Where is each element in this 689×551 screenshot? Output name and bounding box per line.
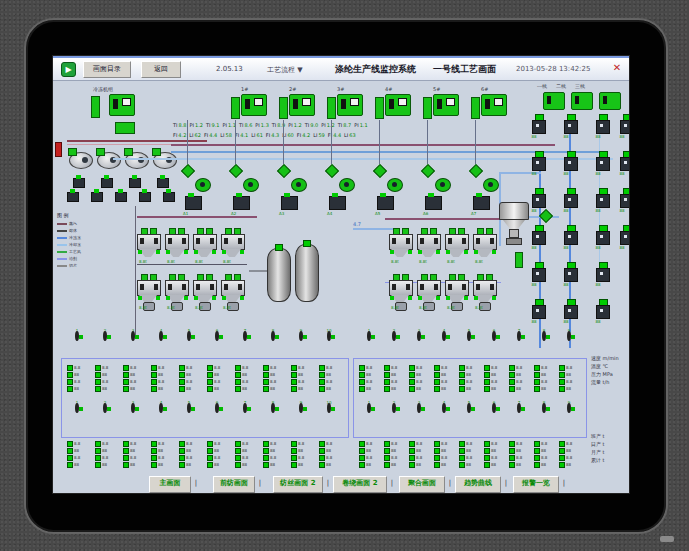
- stat-line: 温度 ℃: [591, 362, 627, 370]
- winder-icon: 9: [292, 328, 310, 360]
- unit-tag: A6: [423, 211, 428, 216]
- nav-button-spinning[interactable]: 纺丝画面 2: [273, 476, 323, 493]
- funnel-valve-bar: [515, 252, 523, 268]
- chain-unit: 88: [531, 151, 546, 177]
- legend-swatch: [57, 237, 67, 239]
- motor-icon: [281, 196, 298, 210]
- valve-unit: A7: [471, 164, 501, 220]
- right-stats-group-2: 班产 t日产 t月产 t累计 t: [591, 432, 627, 464]
- value-chip: PI1.3: [255, 122, 268, 128]
- pump-icon: [125, 152, 149, 169]
- equipment-chain-3: 888888888888: [591, 114, 613, 325]
- diamond-valve-icon: [325, 164, 339, 178]
- machine-icon: [481, 94, 507, 116]
- value-chip: PI1.2: [288, 122, 301, 128]
- value-chip: TI8.8: [173, 122, 186, 128]
- valve-icon: [115, 192, 127, 202]
- machine-inlet: [423, 97, 432, 119]
- hopper-frame-line: [137, 264, 247, 265]
- value-chip: LI63: [344, 132, 356, 138]
- value-chip: LI58: [220, 132, 232, 138]
- nav-button-alarm[interactable]: 报警一览: [513, 476, 559, 493]
- process-values-row2: FI4.2LI62FI4.4LI58FI4.1LI61FI4.3LI60FI4.…: [173, 132, 356, 138]
- page-title: 涤纶生产线监控系统: [335, 63, 416, 76]
- hopper-icon: 8.8t: [137, 228, 161, 268]
- chain-unit: 88: [619, 225, 631, 251]
- screen-menu-button[interactable]: 画面目录: [83, 61, 131, 78]
- nav-button-trend[interactable]: 趋势曲线: [455, 476, 501, 493]
- chain-unit: 88: [619, 188, 631, 214]
- blower-icon: [387, 178, 403, 192]
- storage-tank-1: [267, 248, 291, 302]
- value-chip: FI4.3: [266, 132, 279, 138]
- led-stack: 8.8 88 8.8 88: [123, 440, 145, 468]
- nav-button-winding[interactable]: 卷绕画面 2: [333, 476, 387, 493]
- machine-icon: [385, 94, 411, 116]
- pump-icon: [153, 152, 177, 169]
- motor-icon: [473, 196, 490, 210]
- chain-unit: 88: [595, 225, 610, 251]
- valve-icon: [73, 178, 85, 188]
- value-chip: PI1.2: [321, 122, 334, 128]
- stat-line: 累计 t: [591, 456, 627, 464]
- chain-unit: 88: [595, 114, 610, 140]
- valve-unit: A6: [423, 164, 453, 220]
- valve-icon: [139, 192, 151, 202]
- flow-select-dropdown[interactable]: 工艺流程 ▼: [267, 65, 303, 75]
- titlebar: ▶ 画面目录 返回 2.05.13 工艺流程 ▼ 涤纶生产线监控系统 一号线工艺…: [53, 56, 629, 81]
- nav-button-main[interactable]: 主画面: [149, 476, 191, 493]
- page-subtitle: 一号线工艺画面: [433, 63, 496, 76]
- legend-label: 冷却水: [69, 242, 81, 247]
- storage-tank-2: [295, 244, 319, 302]
- led-stack: 8.8 88 8.8 88: [263, 440, 285, 468]
- chain-unit: 88: [619, 151, 631, 177]
- close-icon[interactable]: ✕: [611, 62, 623, 74]
- led-stack: 8.8 88 8.8 88: [459, 440, 481, 468]
- blower-icon: [195, 178, 211, 192]
- chain-unit: 88: [563, 188, 578, 214]
- home-arrow-icon[interactable]: ▶: [61, 62, 76, 77]
- dryer-machine: 6#: [471, 94, 511, 120]
- led-stack: 8.8 88 8.8 88: [359, 440, 381, 468]
- nav-button-prespinning[interactable]: 前纺画面: [213, 476, 255, 493]
- machine-inlet: [279, 97, 288, 119]
- flow-value: 4.7: [353, 221, 361, 227]
- led-stack: 8.8 88 8.8 88: [319, 440, 341, 468]
- legend-row: 切片: [57, 262, 113, 269]
- valve-unit: A3: [279, 164, 309, 220]
- water-branch-pipe: [353, 228, 399, 230]
- hopper-value: 8.8t: [475, 259, 483, 264]
- value-chip: TI8.7: [338, 122, 351, 128]
- led-stack: 8.8 88 8.8 88: [95, 440, 117, 468]
- unit-tag: A4: [327, 211, 332, 216]
- hopper-icon: 8.8t: [193, 228, 217, 268]
- value-chip: FI4.1: [235, 132, 248, 138]
- value-chip: TI9.0: [305, 122, 318, 128]
- legend-swatch: [57, 244, 67, 246]
- hopper-icon: 8.8t: [165, 228, 189, 268]
- motor-icon: [185, 196, 202, 210]
- chain-unit: 88: [563, 114, 578, 140]
- valve-unit: A2: [231, 164, 261, 220]
- line-area-labels: 一线二线三线: [537, 83, 585, 89]
- pump-icon: [69, 152, 93, 169]
- chain-unit: 88: [595, 151, 610, 177]
- motor-icon: [377, 196, 394, 210]
- blower-icon: [483, 178, 499, 192]
- dryer-machine: 1#: [231, 94, 271, 120]
- winder-icon: 5: [460, 328, 478, 360]
- hopper-motor-icon: 8.8t: [165, 274, 189, 314]
- value-chip: FI4.4: [328, 132, 341, 138]
- hopper-motor-icon: 8.8t: [473, 274, 497, 314]
- melt-pipe-left: [137, 216, 257, 218]
- back-button[interactable]: 返回: [141, 61, 181, 78]
- valve-unit: A5: [375, 164, 405, 220]
- winder-icon: 5: [180, 328, 198, 360]
- machine-tag: 5#: [433, 86, 440, 92]
- nav-button-polymer[interactable]: 聚合画面: [399, 476, 445, 493]
- value-chip: LI59: [313, 132, 325, 138]
- stat-line: 流量 t/h: [591, 378, 627, 386]
- legend-title: 图 例: [57, 212, 113, 218]
- legend-label: 切片: [69, 263, 77, 268]
- hopper-motor-icon: 8.8t: [417, 274, 441, 314]
